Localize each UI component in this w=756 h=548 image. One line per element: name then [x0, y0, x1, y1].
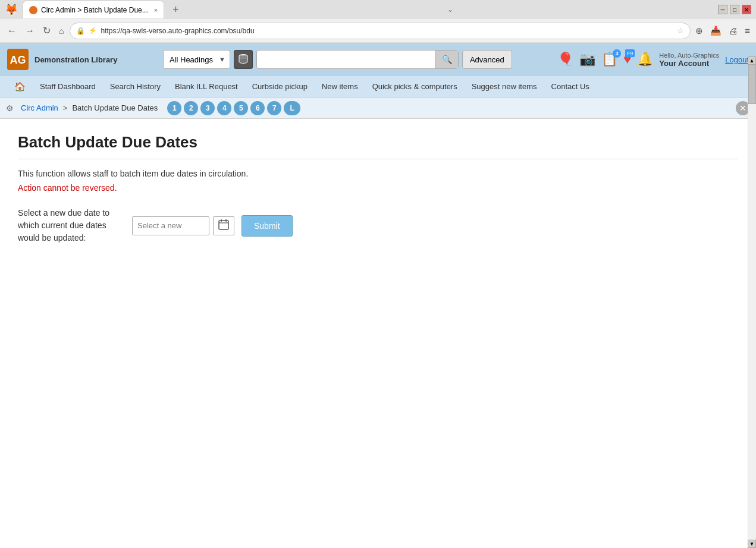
tab-pill-5[interactable]: 5: [234, 101, 248, 115]
browser-nav-bar: ← → ↻ ⌂ 🔒 ⚡ https://qa-swls-verso.auto-g…: [0, 19, 756, 43]
tab-favicon: [29, 6, 37, 14]
maximize-button[interactable]: □: [730, 5, 739, 14]
breadcrumb-icon: ⚙: [6, 103, 14, 113]
header-right: 🎈 📷 📋 3 ♥ F9 🔔 Hello, Auto-Graphics Your…: [557, 52, 749, 68]
close-button[interactable]: ✕: [742, 5, 751, 14]
list-badge: 3: [613, 49, 621, 58]
address-bar[interactable]: 🔒 ⚡ https://qa-swls-verso.auto-graphics.…: [70, 23, 691, 39]
window-controls: ─ □ ✕: [718, 5, 751, 14]
date-form-row: Select a new due date to which current d…: [18, 207, 738, 244]
date-input-wrap: [132, 216, 234, 235]
tab-pill-l[interactable]: L: [284, 101, 300, 115]
tab-pill-6[interactable]: 6: [250, 101, 265, 115]
url-display: https://qa-swls-verso.auto-graphics.com/…: [101, 27, 673, 35]
menu-button[interactable]: ≡: [744, 24, 751, 37]
logout-button[interactable]: Logout: [725, 55, 749, 64]
nav-suggest-new[interactable]: Suggest new items: [465, 77, 544, 96]
library-name: Demonstration Library: [34, 55, 117, 64]
warning-text: Action cannot be reversed.: [18, 183, 738, 193]
nav-home-item[interactable]: 🏠: [7, 77, 33, 97]
calendar-button[interactable]: [213, 216, 234, 235]
breadcrumb-bar: ⚙ Circ Admin > Batch Update Due Dates 1 …: [0, 97, 756, 119]
tab-pill-2[interactable]: 2: [184, 101, 198, 115]
search-bar-group: All Headings Title Author Subject ▼ 🔍 Ad…: [123, 50, 551, 69]
refresh-button[interactable]: ↻: [40, 24, 53, 37]
database-icon-button[interactable]: [234, 50, 253, 69]
form-label: Select a new due date to which current d…: [18, 207, 125, 244]
home-icon: 🏠: [14, 81, 26, 92]
nav-new-items[interactable]: New items: [315, 77, 365, 96]
forward-button[interactable]: →: [23, 24, 37, 37]
tab-pill-3[interactable]: 3: [200, 101, 215, 115]
search-input[interactable]: [257, 53, 435, 67]
scroll-up-button[interactable]: ▲: [748, 56, 756, 65]
pocket-button[interactable]: 📥: [709, 24, 723, 37]
breadcrumb-separator: >: [63, 103, 68, 112]
scroll-down-button[interactable]: ▼: [748, 540, 756, 548]
header-icons: 🎈 📷 📋 3 ♥ F9 🔔: [557, 52, 653, 67]
user-section: Hello, Auto-Graphics Your Account: [659, 52, 719, 68]
app-header: AG Demonstration Library All Headings Ti…: [0, 43, 756, 76]
page-description: This function allows staff to batch item…: [18, 169, 738, 178]
tab-title: Circ Admin > Batch Update Due...: [41, 6, 148, 14]
title-bar: 🦊 Circ Admin > Batch Update Due... × + ⌄…: [0, 0, 756, 19]
user-account-link[interactable]: Your Account: [659, 59, 719, 68]
nav-blank-ill[interactable]: Blank ILL Request: [168, 77, 245, 96]
tab-pill-4[interactable]: 4: [217, 101, 231, 115]
heart-icon[interactable]: ♥ F9: [623, 52, 631, 67]
tab-overflow-button[interactable]: ⌄: [447, 5, 453, 14]
svg-text:AG: AG: [10, 54, 26, 66]
nav-curbside[interactable]: Curbside pickup: [245, 77, 315, 96]
home-nav-button[interactable]: ⌂: [57, 25, 66, 37]
tab-close-button[interactable]: ×: [154, 7, 158, 14]
minimize-button[interactable]: ─: [718, 5, 727, 14]
list-icon[interactable]: 📋 3: [601, 52, 617, 67]
nav-quick-picks[interactable]: Quick picks & computers: [365, 77, 465, 96]
nav-staff-dashboard[interactable]: Staff Dashboard: [33, 77, 103, 96]
extensions-button[interactable]: ⊕: [694, 24, 704, 37]
page-title: Batch Update Due Dates: [18, 133, 738, 152]
back-button[interactable]: ←: [5, 24, 19, 37]
new-tab-button[interactable]: +: [169, 4, 183, 16]
print-button[interactable]: 🖨: [727, 24, 739, 37]
svg-rect-3: [219, 221, 228, 229]
balloon-icon[interactable]: 🎈: [557, 52, 573, 67]
nav-menu: 🏠 Staff Dashboard Search History Blank I…: [0, 76, 756, 97]
browser-tab[interactable]: Circ Admin > Batch Update Due... ×: [23, 1, 164, 18]
advanced-search-button[interactable]: Advanced: [462, 50, 512, 69]
tab-pill-7[interactable]: 7: [267, 101, 281, 115]
breadcrumb-current: Batch Update Due Dates: [72, 103, 158, 112]
main-content: Batch Update Due Dates This function all…: [0, 119, 756, 259]
breadcrumb-link[interactable]: Circ Admin: [21, 103, 58, 112]
date-input[interactable]: [132, 216, 209, 235]
nav-right-icons: ⊕ 📥 🖨 ≡: [694, 24, 751, 37]
search-type-wrapper: All Headings Title Author Subject ▼: [163, 50, 230, 69]
user-greeting: Hello, Auto-Graphics: [659, 52, 719, 59]
search-input-wrapper: 🔍: [256, 50, 459, 69]
submit-button[interactable]: Submit: [241, 215, 293, 237]
bell-icon[interactable]: 🔔: [637, 52, 653, 67]
nav-contact-us[interactable]: Contact Us: [544, 77, 597, 96]
search-type-select[interactable]: All Headings Title Author Subject: [163, 50, 230, 69]
f9-badge: F9: [625, 49, 635, 57]
app-logo-icon: AG: [7, 49, 29, 70]
tab-pills: 1 2 3 4 5 6 7 L: [167, 101, 300, 115]
nav-search-history[interactable]: Search History: [103, 77, 168, 96]
camera-icon[interactable]: 📷: [579, 52, 595, 67]
content-divider: [18, 159, 738, 159]
search-go-button[interactable]: 🔍: [435, 51, 458, 68]
scrollbar-track[interactable]: [748, 56, 756, 544]
tab-pill-1[interactable]: 1: [167, 101, 181, 115]
